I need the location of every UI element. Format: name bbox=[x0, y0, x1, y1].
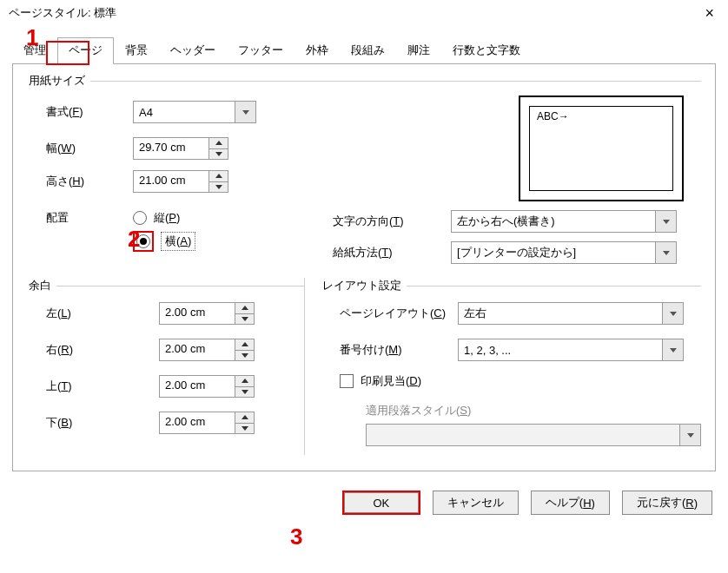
width-label: 幅(W) bbox=[29, 141, 133, 156]
tab-footnote[interactable]: 脚注 bbox=[396, 37, 441, 64]
register-true-label: 印刷見当(D) bbox=[361, 373, 421, 389]
paper-tray-label: 給紙方法(T) bbox=[315, 245, 451, 260]
button-bar: OK キャンセル ヘルプ(H) 元に戻す(R) bbox=[0, 484, 728, 525]
chevron-down-icon[interactable] bbox=[235, 102, 255, 122]
spin-down-icon[interactable] bbox=[209, 182, 228, 193]
cancel-button[interactable]: キャンセル bbox=[433, 491, 519, 515]
margin-bottom-spinner[interactable]: 2.00 cm bbox=[159, 412, 255, 434]
margin-top-label: 上(T) bbox=[29, 379, 159, 394]
width-spinner[interactable]: 29.70 cm bbox=[133, 137, 228, 160]
tab-background[interactable]: 背景 bbox=[114, 37, 159, 64]
spin-up-icon[interactable] bbox=[209, 138, 228, 149]
spin-down-icon[interactable] bbox=[235, 424, 254, 434]
tab-columns[interactable]: 段組み bbox=[340, 37, 396, 64]
annotation-1: 1 bbox=[26, 24, 38, 51]
chevron-down-icon[interactable] bbox=[662, 303, 683, 324]
spin-up-icon[interactable] bbox=[209, 171, 228, 182]
format-combo[interactable]: A4 bbox=[133, 101, 256, 123]
tab-border[interactable]: 外枠 bbox=[295, 37, 340, 64]
tab-strip: 管理 ページ 背景 ヘッダー フッター 外枠 段組み 脚注 行数と文字数 bbox=[0, 23, 728, 63]
chevron-down-icon[interactable] bbox=[655, 242, 676, 263]
margin-bottom-label: 下(B) bbox=[29, 415, 159, 431]
paper-tray-combo[interactable]: [プリンターの設定から] bbox=[451, 241, 677, 264]
page-layout-combo[interactable]: 左右 bbox=[458, 302, 684, 325]
portrait-radio[interactable] bbox=[133, 211, 147, 225]
close-icon[interactable]: × bbox=[699, 5, 719, 21]
portrait-label: 縦(P) bbox=[154, 210, 180, 226]
text-direction-label: 文字の方向(T) bbox=[315, 214, 451, 229]
format-label: 書式(F) bbox=[29, 104, 133, 120]
layout-legend: レイアウト設定 bbox=[322, 278, 407, 293]
margin-left-spinner[interactable]: 2.00 cm bbox=[159, 302, 255, 325]
numbering-label: 番号付け(M) bbox=[322, 342, 458, 358]
paper-size-legend: 用紙サイズ bbox=[29, 73, 90, 89]
tab-footer[interactable]: フッター bbox=[227, 37, 295, 64]
margin-top-spinner[interactable]: 2.00 cm bbox=[159, 375, 255, 398]
tab-page[interactable]: ページ bbox=[57, 37, 114, 64]
orientation-label: 配置 bbox=[29, 210, 133, 226]
spin-down-icon[interactable] bbox=[235, 387, 254, 398]
tab-header[interactable]: ヘッダー bbox=[159, 37, 227, 64]
tab-grid[interactable]: 行数と文字数 bbox=[441, 37, 532, 64]
paper-size-group: 用紙サイズ 書式(F) A4 幅(W) 29.70 cm bbox=[29, 73, 701, 269]
margins-group: 余白 左(L) 2.00 cm 右(R) 2.00 cm 上(T) 2.00 c… bbox=[29, 278, 304, 439]
chevron-down-icon[interactable] bbox=[662, 339, 683, 360]
titlebar: ページスタイル: 標準 × bbox=[0, 0, 728, 23]
register-true-checkbox[interactable] bbox=[340, 374, 354, 388]
spin-up-icon[interactable] bbox=[235, 376, 254, 387]
tab-panel: 用紙サイズ 書式(F) A4 幅(W) 29.70 cm bbox=[12, 63, 716, 471]
annotation-3: 3 bbox=[290, 524, 302, 550]
reset-button[interactable]: 元に戻す(R) bbox=[622, 491, 712, 515]
page-layout-label: ページレイアウト(C) bbox=[322, 306, 458, 321]
chevron-down-icon bbox=[679, 425, 700, 445]
chevron-down-icon[interactable] bbox=[655, 211, 676, 232]
page-preview-text: ABC→ bbox=[529, 106, 673, 191]
margin-left-label: 左(L) bbox=[29, 306, 159, 321]
ok-button[interactable]: OK bbox=[342, 491, 420, 515]
margin-right-label: 右(R) bbox=[29, 342, 159, 358]
layout-group: レイアウト設定 ページレイアウト(C) 左右 番号付け(M) 1, 2, 3, … bbox=[322, 278, 701, 446]
height-spinner[interactable]: 21.00 cm bbox=[133, 170, 228, 193]
height-label: 高さ(H) bbox=[29, 174, 133, 189]
spin-down-icon[interactable] bbox=[209, 149, 228, 160]
spin-up-icon[interactable] bbox=[235, 339, 254, 351]
landscape-label: 横(A) bbox=[161, 232, 195, 251]
text-direction-combo[interactable]: 左から右へ(横書き) bbox=[451, 210, 677, 233]
para-style-label: 適用段落スタイル(S) bbox=[366, 403, 701, 418]
spin-down-icon[interactable] bbox=[235, 314, 254, 325]
window-title: ページスタイル: 標準 bbox=[9, 5, 116, 21]
numbering-combo[interactable]: 1, 2, 3, ... bbox=[458, 339, 684, 361]
spin-up-icon[interactable] bbox=[235, 303, 254, 314]
margins-legend: 余白 bbox=[29, 278, 56, 293]
annotation-2: 2 bbox=[128, 226, 140, 253]
para-style-combo bbox=[366, 424, 701, 446]
help-button[interactable]: ヘルプ(H) bbox=[531, 491, 610, 515]
page-preview: ABC→ bbox=[519, 96, 684, 201]
spin-down-icon[interactable] bbox=[235, 351, 254, 361]
spin-up-icon[interactable] bbox=[235, 412, 254, 424]
margin-right-spinner[interactable]: 2.00 cm bbox=[159, 339, 255, 361]
